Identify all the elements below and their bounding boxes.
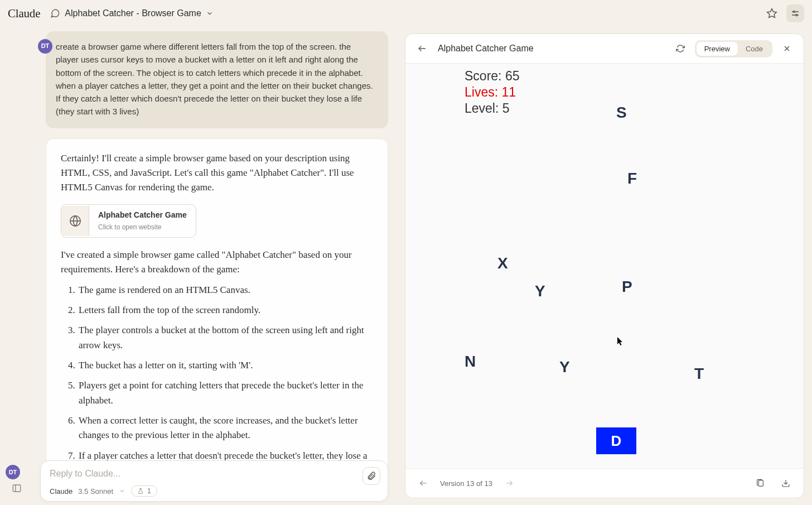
model-name[interactable]: 3.5 Sonnet bbox=[78, 487, 113, 496]
attach-button[interactable] bbox=[362, 467, 380, 485]
assistant-intro: Certainly! I'll create a simple browser … bbox=[61, 151, 373, 195]
falling-letter: Y bbox=[535, 282, 545, 300]
tab-code[interactable]: Code bbox=[738, 42, 771, 56]
star-button[interactable] bbox=[763, 4, 781, 22]
falling-letter: P bbox=[622, 278, 632, 296]
level-value: 5 bbox=[502, 101, 510, 116]
chat-column: DT create a browser game where different… bbox=[0, 27, 402, 505]
composer-avatar: DT bbox=[6, 465, 20, 479]
version-label: Version 13 of 13 bbox=[440, 479, 492, 488]
cursor-icon bbox=[617, 337, 624, 346]
version-prev-button[interactable] bbox=[414, 474, 432, 492]
score-label: Score: bbox=[465, 69, 505, 83]
artifact-subtitle: Click to open website bbox=[98, 222, 187, 233]
download-icon bbox=[781, 479, 790, 488]
user-message: DT create a browser game where different… bbox=[46, 31, 388, 128]
sidebar-toggle[interactable] bbox=[8, 479, 26, 497]
falling-letter: F bbox=[627, 170, 637, 187]
arrow-right-icon bbox=[505, 479, 514, 488]
falling-letter: S bbox=[616, 104, 627, 122]
artifact-title: Alphabet Catcher Game bbox=[98, 209, 187, 222]
composer-area: DT Reply to Claude... Claude 3.5 Sonnet … bbox=[40, 460, 388, 502]
clipboard-icon bbox=[756, 479, 765, 488]
svg-rect-14 bbox=[758, 480, 763, 487]
close-button[interactable] bbox=[778, 40, 796, 57]
view-toggle: Preview Code bbox=[695, 40, 772, 57]
assistant-list: The game is rendered on an HTML5 Canvas.… bbox=[70, 283, 373, 478]
claude-logo: Claude bbox=[8, 7, 40, 21]
settings-button[interactable] bbox=[786, 4, 804, 22]
chevron-down-icon bbox=[206, 9, 214, 17]
list-item: The player controls a bucket at the bott… bbox=[78, 323, 373, 353]
list-item: Letters fall from the top of the screen … bbox=[78, 303, 373, 318]
falling-letter: X bbox=[497, 254, 508, 272]
user-message-text: create a browser game where different le… bbox=[56, 42, 373, 116]
arrow-left-icon bbox=[419, 479, 428, 488]
falling-letter: T bbox=[694, 365, 704, 383]
svg-marker-0 bbox=[767, 9, 777, 18]
arrow-left-icon bbox=[417, 44, 427, 54]
document-title: Alphabet Catcher - Browser Game bbox=[65, 8, 201, 18]
lives-value: 11 bbox=[501, 85, 516, 99]
artifact-header: Alphabet Catcher Game Preview Code bbox=[405, 34, 804, 64]
download-button[interactable] bbox=[777, 474, 795, 492]
list-item: The game is rendered on an HTML5 Canvas. bbox=[78, 283, 373, 297]
chip-count: 1 bbox=[147, 487, 151, 495]
app-header: Claude Alphabet Catcher - Browser Game bbox=[0, 0, 812, 27]
chat-icon bbox=[50, 8, 60, 18]
artifact-icon-box bbox=[61, 206, 89, 236]
artifact-panel-title: Alphabet Catcher Game bbox=[438, 44, 534, 54]
svg-point-3 bbox=[793, 11, 795, 13]
score-value: 65 bbox=[505, 69, 520, 83]
refresh-icon bbox=[676, 44, 685, 53]
list-item: The bucket has a letter on it, starting … bbox=[78, 358, 373, 373]
user-avatar: DT bbox=[38, 39, 52, 54]
version-next-button[interactable] bbox=[500, 474, 518, 492]
svg-rect-7 bbox=[13, 485, 21, 492]
lives-label: Lives: bbox=[465, 85, 501, 99]
copy-button[interactable] bbox=[751, 474, 769, 492]
document-title-area[interactable]: Alphabet Catcher - Browser Game bbox=[50, 8, 214, 18]
close-icon bbox=[782, 44, 791, 53]
tab-preview[interactable]: Preview bbox=[697, 42, 738, 56]
artifact-panel: Alphabet Catcher Game Preview Code Score… bbox=[405, 33, 804, 498]
refresh-button[interactable] bbox=[671, 40, 689, 57]
star-icon bbox=[766, 8, 777, 19]
svg-point-4 bbox=[796, 15, 798, 16]
assistant-message: Certainly! I'll create a simple browser … bbox=[46, 138, 388, 497]
artifact-footer: Version 13 of 13 bbox=[405, 468, 804, 498]
panel-icon bbox=[12, 483, 22, 493]
back-button[interactable] bbox=[413, 40, 431, 57]
globe-icon bbox=[69, 215, 81, 227]
game-bucket: D bbox=[596, 427, 636, 454]
falling-letter: N bbox=[465, 353, 476, 371]
assistant-after-artifact: I've created a simple browser game calle… bbox=[61, 248, 373, 277]
chevron-down-icon bbox=[119, 488, 125, 494]
level-label: Level: bbox=[465, 101, 502, 116]
list-item: Players get a point for catching letters… bbox=[78, 378, 373, 408]
reply-input[interactable]: Reply to Claude... bbox=[50, 469, 379, 479]
model-prefix: Claude bbox=[50, 487, 72, 496]
flask-icon bbox=[137, 488, 144, 494]
sliders-icon bbox=[790, 8, 800, 18]
composer[interactable]: Reply to Claude... Claude 3.5 Sonnet 1 bbox=[40, 460, 388, 502]
list-item: When a correct letter is caught, the sco… bbox=[78, 413, 373, 443]
game-hud: Score: 65 Lives: 11 Level: 5 bbox=[465, 68, 519, 116]
falling-letter: Y bbox=[559, 358, 570, 376]
attachment-chip[interactable]: 1 bbox=[131, 485, 157, 497]
paperclip-icon bbox=[366, 471, 376, 481]
artifact-card[interactable]: Alphabet Catcher Game Click to open webs… bbox=[61, 204, 196, 238]
game-preview[interactable]: Score: 65 Lives: 11 Level: 5 SFXYPNYT D bbox=[405, 64, 804, 468]
